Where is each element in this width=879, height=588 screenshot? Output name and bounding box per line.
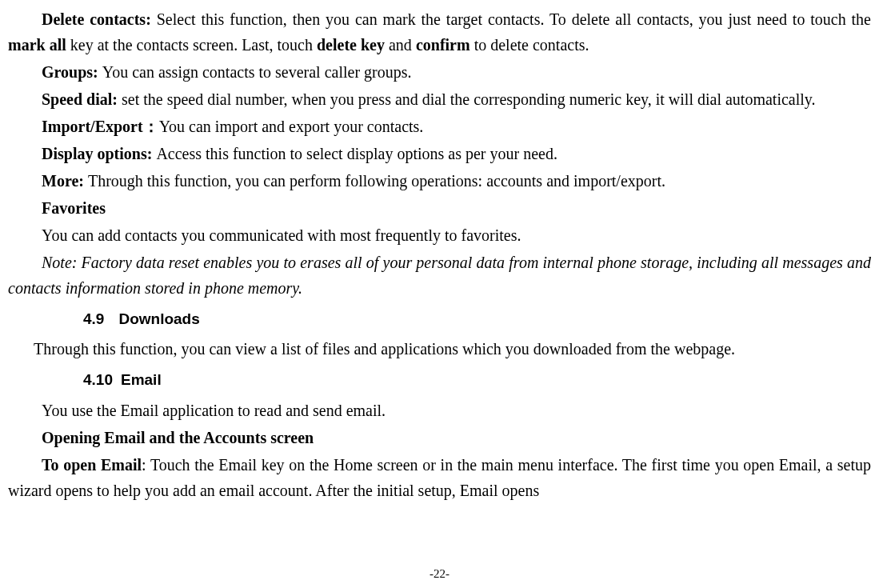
section-heading-downloads: 4.9Downloads	[83, 307, 871, 331]
label-speed-dial: Speed dial:	[42, 90, 122, 108]
paragraph-delete-contacts: Delete contacts: Select this function, t…	[8, 6, 871, 58]
label-to-open-email: To open Email	[42, 456, 142, 474]
paragraph-import-export: Import/Export：You can import and export …	[8, 114, 871, 139]
text-delete-contacts-1: Select this function, then you can mark …	[157, 10, 871, 28]
text-speed-dial: set the speed dial number, when you pres…	[122, 90, 815, 108]
text-import-export: You can import and export your contacts.	[159, 118, 424, 135]
paragraph-email-opening-heading: Opening Email and the Accounts screen	[8, 425, 871, 450]
section-title-downloads: Downloads	[118, 310, 199, 327]
text-delete-contacts-4: to delete contacts.	[470, 36, 589, 54]
label-favorites: Favorites	[42, 199, 106, 217]
label-display-options: Display options:	[42, 145, 156, 162]
text-groups: You can assign contacts to several calle…	[102, 63, 412, 81]
paragraph-more: More: Through this function, you can per…	[8, 168, 871, 194]
label-delete-contacts: Delete contacts:	[42, 10, 157, 28]
bold-confirm: confirm	[416, 36, 470, 54]
section-number-downloads: 4.9	[83, 310, 104, 327]
text-delete-contacts-2: key at the contacts screen. Last, touch	[66, 36, 317, 54]
paragraph-speed-dial: Speed dial: set the speed dial number, w…	[8, 86, 871, 112]
label-groups: Groups:	[42, 63, 102, 81]
paragraph-note: Note: Factory data reset enables you to …	[8, 250, 871, 301]
section-number-email: 4.10	[83, 371, 113, 388]
label-opening-email: Opening Email and the Accounts screen	[42, 429, 314, 446]
section-title-email: Email	[121, 371, 162, 388]
text-more: Through this function, you can perform f…	[88, 172, 665, 190]
paragraph-favorites-label: Favorites	[8, 195, 871, 221]
text-note: Note: Factory data reset enables you to …	[8, 254, 871, 297]
bold-delete-key: delete key	[317, 36, 385, 54]
text-email-intro: You use the Email application to read an…	[42, 402, 386, 419]
section-heading-email: 4.10Email	[83, 368, 871, 392]
text-display-options: Access this function to select display o…	[156, 145, 557, 162]
text-favorites: You can add contacts you communicated wi…	[42, 226, 521, 244]
text-downloads: Through this function, you can view a li…	[34, 340, 735, 358]
paragraph-groups: Groups: You can assign contacts to sever…	[8, 59, 871, 85]
text-delete-contacts-3: and	[385, 36, 416, 54]
paragraph-downloads-content: Through this function, you can view a li…	[8, 336, 871, 362]
paragraph-email-intro: You use the Email application to read an…	[8, 398, 871, 423]
label-more: More:	[42, 172, 88, 190]
page-number: -22-	[430, 564, 449, 583]
bold-mark-all: mark all	[8, 36, 66, 54]
paragraph-display-options: Display options: Access this function to…	[8, 141, 871, 166]
label-import-export: Import/Export：	[42, 118, 159, 135]
paragraph-to-open-email: To open Email: Touch the Email key on th…	[8, 452, 871, 503]
paragraph-favorites-text: You can add contacts you communicated wi…	[8, 222, 871, 248]
